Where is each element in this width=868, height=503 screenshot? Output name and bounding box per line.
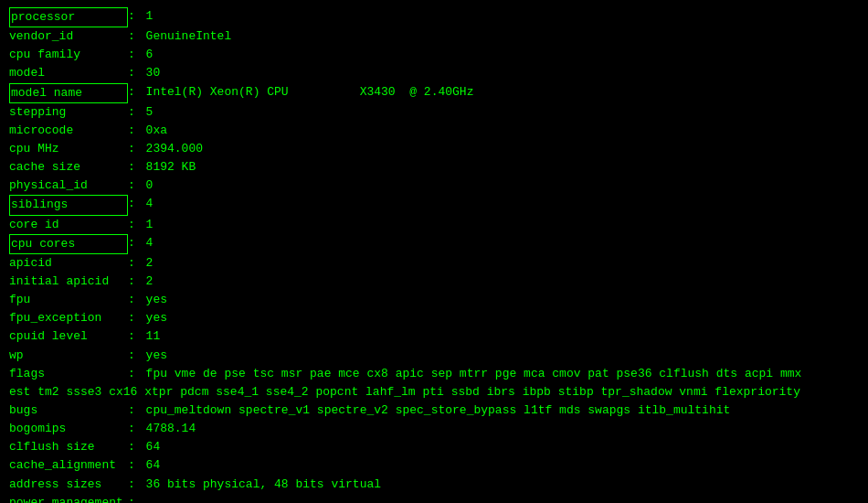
terminal-line: est tm2 ssse3 cx16 xtpr pdcm sse4_1 sse4… (9, 383, 859, 401)
line-key: cache_alignment (9, 456, 128, 475)
line-key: siblings (9, 195, 128, 215)
line-separator: : (128, 347, 143, 365)
line-value: est tm2 ssse3 cx16 xtpr pdcm sse4_1 sse4… (9, 383, 800, 401)
line-separator: : (128, 83, 143, 103)
line-separator: : (128, 158, 143, 177)
line-value: 64 (146, 456, 161, 475)
terminal-line: power management: (9, 494, 859, 503)
line-value: GenuineIntel (146, 27, 232, 46)
line-key: microcode (9, 122, 128, 140)
line-separator: : (128, 401, 143, 420)
terminal-line: cache_alignment: 64 (9, 456, 859, 475)
terminal-line: cpuid level: 11 (9, 327, 859, 346)
line-separator: : (128, 195, 143, 215)
terminal-line: bogomips: 4788.14 (9, 420, 859, 438)
line-value: yes (146, 291, 167, 309)
terminal-line: initial apicid: 2 (9, 273, 859, 291)
line-separator: : (128, 438, 143, 456)
terminal-line: cache size: 8192 KB (9, 158, 859, 177)
line-value: 0 (146, 177, 153, 195)
line-key: fpu_exception (9, 309, 128, 327)
line-separator: : (128, 254, 143, 273)
terminal-line: bugs: cpu_meltdown spectre_v1 spectre_v2… (9, 401, 859, 420)
line-value: 2 (146, 254, 153, 273)
line-separator: : (128, 327, 143, 346)
line-value: yes (146, 309, 167, 327)
line-value: 4 (146, 234, 153, 254)
line-key: core id (9, 216, 128, 234)
line-value: 8192 KB (146, 158, 196, 177)
terminal-line: vendor_id: GenuineIntel (9, 27, 859, 46)
line-key: physical_id (9, 177, 128, 195)
line-separator: : (128, 234, 143, 254)
line-separator: : (128, 365, 143, 383)
line-key: initial apicid (9, 273, 128, 291)
line-separator: : (128, 46, 143, 64)
line-value: 4788.14 (146, 420, 196, 438)
line-key: bogomips (9, 420, 128, 438)
line-key: vendor_id (9, 27, 128, 46)
line-key: apicid (9, 254, 128, 273)
terminal-line: cpu family: 6 (9, 46, 859, 64)
line-key: stepping (9, 103, 128, 122)
line-key: cpu cores (9, 234, 128, 254)
terminal-line: apicid: 2 (9, 254, 859, 273)
line-key: flags (9, 365, 128, 383)
line-value: 1 (146, 7, 153, 27)
line-key: fpu (9, 291, 128, 309)
line-separator: : (128, 64, 143, 82)
line-separator: : (128, 27, 143, 46)
line-value: 30 (146, 64, 161, 82)
terminal-line: core id: 1 (9, 216, 859, 234)
line-key: processor (9, 7, 128, 27)
line-value: 1 (146, 216, 153, 234)
line-value: Intel(R) Xeon(R) CPU X3430 @ 2.40GHz (146, 83, 474, 103)
terminal-line: stepping: 5 (9, 103, 859, 122)
terminal-line: model name: Intel(R) Xeon(R) CPU X3430 @… (9, 83, 859, 103)
line-separator: : (128, 7, 143, 27)
line-key: cpuid level (9, 327, 128, 346)
line-value: 5 (146, 103, 153, 122)
line-value: 0xa (146, 122, 167, 140)
line-value: 36 bits physical, 48 bits virtual (146, 476, 381, 494)
line-key: model name (9, 83, 128, 103)
line-value: fpu vme de pse tsc msr pae mce cx8 apic … (146, 365, 802, 383)
line-separator: : (128, 309, 143, 327)
terminal-line: physical_id: 0 (9, 177, 859, 195)
line-separator: : (128, 456, 143, 475)
line-key: model (9, 64, 128, 82)
line-separator: : (128, 420, 143, 438)
terminal-line: siblings: 4 (9, 195, 859, 215)
terminal-line: fpu: yes (9, 291, 859, 309)
terminal-line: fpu_exception: yes (9, 309, 859, 327)
line-key: bugs (9, 401, 128, 420)
line-separator: : (128, 273, 143, 291)
terminal-line: clflush size: 64 (9, 438, 859, 456)
line-separator: : (128, 177, 143, 195)
line-separator: : (128, 103, 143, 122)
terminal-line: microcode: 0xa (9, 122, 859, 140)
line-value: cpu_meltdown spectre_v1 spectre_v2 spec_… (146, 401, 731, 420)
terminal-line: cpu MHz: 2394.000 (9, 140, 859, 158)
line-separator: : (128, 140, 143, 158)
line-separator: : (128, 291, 143, 309)
line-key: clflush size (9, 438, 128, 456)
line-key: address sizes (9, 476, 128, 494)
line-separator: : (128, 476, 143, 494)
line-value: 11 (146, 327, 161, 346)
line-value: 6 (146, 46, 153, 64)
terminal-line: processor: 1 (9, 7, 859, 27)
terminal-line: address sizes: 36 bits physical, 48 bits… (9, 476, 859, 494)
terminal-content: processor: 1vendor_id: GenuineIntelcpu f… (9, 7, 859, 496)
terminal-line: flags: fpu vme de pse tsc msr pae mce cx… (9, 365, 859, 383)
line-key: cache size (9, 158, 128, 177)
terminal-line: wp: yes (9, 347, 859, 365)
line-value: 2394.000 (146, 140, 203, 158)
line-key: cpu family (9, 46, 128, 64)
line-key: power management (9, 494, 128, 503)
line-value: 4 (146, 195, 153, 215)
line-separator: : (128, 122, 143, 140)
line-value: yes (146, 347, 167, 365)
line-value: 2 (146, 273, 153, 291)
line-separator: : (128, 494, 135, 503)
